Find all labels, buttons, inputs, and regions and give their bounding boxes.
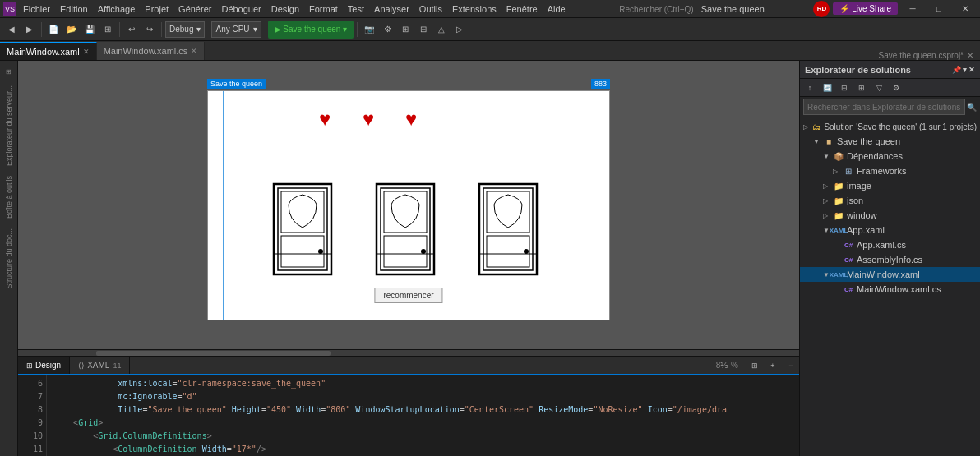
tree-app-xaml[interactable]: ▼ XAML App.xaml [800, 223, 980, 237]
tab-design[interactable]: ⊞ Design [18, 357, 70, 375]
se-collapse-btn[interactable]: ⊟ [836, 79, 853, 97]
back-button[interactable]: ◀ [3, 21, 20, 39]
se-refresh-btn[interactable]: 🔄 [819, 79, 835, 97]
sidebar-tools-label[interactable]: Boîte à outils [5, 173, 13, 222]
titlebar-left: VS Fichier Edition Affichage Projet Géné… [3, 0, 571, 18]
menu-test[interactable]: Test [343, 0, 369, 18]
solution-explorer-header: Explorateur de solutions 📌 ▾ ✕ [800, 61, 980, 79]
mainwindow-cs-icon: C# [843, 283, 854, 295]
se-arrow-icon[interactable]: ▾ [963, 66, 967, 74]
config-dropdown[interactable]: Debug ▾ [165, 21, 205, 38]
menu-fenetre[interactable]: Fenêtre [502, 0, 543, 18]
se-properties-btn[interactable]: ⚙ [888, 79, 904, 97]
maximize-button[interactable]: □ [927, 0, 950, 18]
app-logo: VS [3, 2, 16, 16]
svg-point-4 [318, 249, 323, 254]
new-file-button[interactable]: 📄 [45, 21, 62, 39]
menu-affichage[interactable]: Affichage [93, 0, 141, 18]
code-line-7: mc:Ignorable="d" [53, 390, 793, 403]
door-svg-2 [372, 180, 438, 279]
code-line-10: <Grid.ColumnDefinitions> [53, 430, 793, 443]
window-folder-icon: 📁 [833, 210, 844, 221]
tree-frameworks[interactable]: ▷ ⊞ Frameworks [800, 164, 980, 178]
redo-button[interactable]: ↪ [141, 21, 158, 39]
menu-format[interactable]: Format [304, 0, 343, 18]
camera-button[interactable]: 📷 [361, 21, 377, 39]
sep3 [161, 22, 162, 37]
menu-generer[interactable]: Générer [173, 0, 216, 18]
tools-button3[interactable]: ⊟ [415, 21, 432, 39]
menu-analyser[interactable]: Analyser [369, 0, 414, 18]
restart-button[interactable]: recommencer [374, 288, 442, 303]
image-folder-icon: 📁 [833, 180, 844, 191]
door-2 [372, 180, 438, 279]
se-search-input[interactable] [803, 99, 965, 115]
se-close-icon[interactable]: ✕ [968, 66, 975, 74]
tree-window[interactable]: ▷ 📁 window [800, 208, 980, 223]
se-filter-btn[interactable]: ▽ [871, 79, 887, 97]
open-button[interactable]: 📂 [63, 21, 80, 39]
save-button[interactable]: 💾 [81, 21, 98, 39]
save-all-button[interactable]: ⊞ [99, 21, 116, 39]
menu-design[interactable]: Design [266, 0, 304, 18]
code-content[interactable]: xmlns:local="clr-namespace:save_the_quee… [47, 375, 799, 456]
code-editor[interactable]: 6 7 8 9 10 11 xmlns:local="clr-namespace… [18, 375, 799, 456]
svg-point-10 [421, 249, 426, 254]
tab-close-1[interactable]: ✕ [83, 48, 90, 56]
tree-app-xaml-cs[interactable]: C# App.xaml.cs [800, 237, 980, 252]
tab-xaml[interactable]: ⟨⟩ XAML 11 [70, 357, 130, 375]
door-3 [475, 180, 541, 279]
undo-button[interactable]: ↩ [123, 21, 140, 39]
mainwindow-xaml-icon: XAML [833, 269, 844, 280]
tree-project[interactable]: ▼ ■ Save the queen [800, 134, 980, 149]
tools-button2[interactable]: ⊞ [397, 21, 414, 39]
run-button[interactable]: ▶ Save the queen ▾ [268, 21, 354, 39]
project-title: Save the queen [701, 4, 765, 14]
tools-button4[interactable]: △ [433, 21, 450, 39]
tree-json[interactable]: ▷ 📁 json [800, 193, 980, 208]
zoom-in-button[interactable]: + [765, 357, 781, 375]
tab-mainwindow-cs[interactable]: MainWindow.xaml.cs ✕ [97, 42, 206, 60]
tree-dependencies[interactable]: ▼ 📦 Dépendances [800, 149, 980, 164]
menu-fichier[interactable]: Fichier [18, 0, 55, 18]
project-tab: Save the queen.csproj* ✕ [205, 51, 980, 60]
menu-debuguer[interactable]: Déboguer [216, 0, 266, 18]
project-tab-close[interactable]: ✕ [967, 51, 973, 60]
tab-close-2[interactable]: ✕ [191, 47, 197, 55]
sep1 [41, 22, 42, 37]
forward-button[interactable]: ▶ [21, 21, 38, 39]
sidebar-expand-icon[interactable]: ⊞ [2, 64, 16, 79]
menu-extensions[interactable]: Extensions [447, 0, 502, 18]
horizontal-scrollbar[interactable] [18, 349, 799, 356]
tree-assemblyinfo[interactable]: C# AssemblyInfo.cs [800, 252, 980, 267]
menu-outils[interactable]: Outils [414, 0, 447, 18]
assemblyinfo-icon: C# [843, 254, 854, 265]
json-folder-icon: 📁 [833, 195, 844, 206]
tree-solution[interactable]: ▷ 🗂 Solution 'Save the queen' (1 sur 1 p… [800, 119, 980, 134]
minimize-button[interactable]: ─ [901, 0, 924, 18]
menu-projet[interactable]: Projet [140, 0, 173, 18]
tools-button5[interactable]: ▷ [451, 21, 468, 39]
se-sync-btn[interactable]: ↕ [802, 79, 818, 97]
close-button[interactable]: ✕ [954, 0, 977, 18]
tree-mainwindow-xaml[interactable]: ▼ XAML MainWindow.xaml [800, 267, 980, 282]
se-show-all-btn[interactable]: ⊞ [853, 79, 870, 97]
sidebar-server-label[interactable]: Explorateur du serveur... [5, 82, 13, 169]
title-bar: VS Fichier Edition Affichage Projet Géné… [0, 0, 980, 18]
liveshare-button[interactable]: ⚡ Live Share [833, 2, 898, 15]
design-canvas[interactable]: ♥ ♥ ♥ [207, 90, 610, 320]
tools-button1[interactable]: ⚙ [379, 21, 395, 39]
se-search-icon[interactable]: 🔍 [967, 103, 977, 112]
menu-aide[interactable]: Aide [543, 0, 571, 18]
tree-mainwindow-cs[interactable]: C# MainWindow.xaml.cs [800, 282, 980, 297]
fit-button[interactable]: ⊞ [747, 357, 763, 375]
sidebar-structure-label[interactable]: Structure du doc... [5, 225, 13, 292]
se-pin-icon[interactable]: 📌 [952, 66, 961, 74]
design-view[interactable]: Save the queen 883 ♥ ♥ ♥ [18, 61, 799, 349]
platform-dropdown[interactable]: Any CPU ▾ [211, 21, 261, 38]
frameworks-icon: ⊞ [843, 165, 854, 177]
tree-image[interactable]: ▷ 📁 image [800, 178, 980, 193]
tab-mainwindow-xaml[interactable]: MainWindow.xaml ✕ [0, 42, 97, 60]
menu-edition[interactable]: Edition [55, 0, 93, 18]
zoom-out-button[interactable]: − [783, 357, 799, 375]
